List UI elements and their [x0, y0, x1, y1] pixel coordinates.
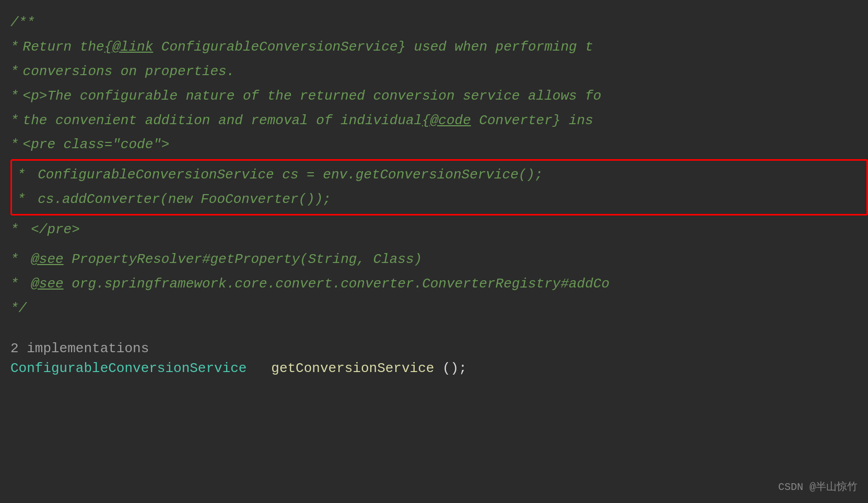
see2-link: @see: [31, 273, 63, 295]
empty-line-2: [10, 321, 868, 329]
line5-text: <pre class="code">: [23, 134, 170, 156]
implementations-section: 2 implementations: [10, 339, 868, 358]
method-space: [255, 361, 263, 376]
comment-line-3: * <p>The configurable nature of the retu…: [10, 84, 868, 109]
watermark: CSDN @半山惊竹: [778, 480, 858, 494]
see1-link: @see: [31, 248, 63, 271]
star-1: *: [10, 36, 19, 58]
hline1-code: ConfigurableConversionService cs = env.g…: [30, 164, 543, 186]
star-3: *: [10, 85, 19, 107]
line1-part1: Return the: [23, 36, 104, 58]
line3-text: <p>The configurable nature of the return…: [23, 85, 602, 107]
implementations-label: 2 implementations: [10, 339, 868, 358]
astar-3: *: [10, 273, 19, 295]
method-name: getConversionService: [271, 361, 434, 376]
line4-class: Converter} ins: [471, 110, 593, 132]
comment-line-1: * Return the {@link ConfigurableConversi…: [10, 35, 868, 59]
method-class: ConfigurableConversionService: [10, 361, 247, 376]
line1-class: ConfigurableConversionService}: [153, 36, 406, 58]
line4-text: the convenient addition and removal of i…: [23, 110, 423, 132]
method-parens: ();: [442, 361, 467, 376]
see1-space: [23, 248, 31, 271]
highlighted-code-block: * ConfigurableConversionService cs = env…: [10, 159, 868, 215]
star-5: *: [10, 134, 19, 156]
hline2-code: cs.addConverter(new FooConverter());: [30, 188, 331, 211]
comment-line-4: * the convenient addition and removal of…: [10, 109, 868, 133]
line2-text: conversions on properties.: [23, 61, 235, 83]
comment-line-2: * conversions on properties.: [10, 59, 868, 84]
open-comment-line: /**: [10, 10, 868, 35]
highlighted-line-1: * ConfigurableConversionService cs = env…: [17, 163, 861, 187]
highlighted-line-2: * cs.addConverter(new FooConverter());: [17, 187, 861, 212]
see2-text: org.springframework.core.convert.convert…: [64, 273, 609, 295]
comment-after-1: * </pre>: [10, 218, 868, 242]
line1-link: {@link: [104, 36, 154, 58]
close-comment-line: */: [10, 296, 868, 321]
open-comment-text: /**: [10, 11, 35, 34]
comment-line-5: * <pre class="code">: [10, 133, 868, 157]
see1-text: PropertyResolver#getProperty(String, Cla…: [64, 248, 423, 271]
astar-2: *: [10, 248, 19, 271]
aline1-text: </pre>: [23, 219, 80, 241]
star-2: *: [10, 61, 19, 83]
astar-1: *: [10, 219, 19, 241]
see2-space: [23, 273, 31, 295]
comment-see-2: * @see org.springframework.core.convert.…: [10, 272, 868, 296]
code-container: /** * Return the {@link ConfigurableConv…: [0, 0, 868, 503]
hstar-1: *: [17, 164, 26, 186]
hstar-2: *: [17, 188, 26, 211]
line4-link: {@code: [422, 110, 471, 132]
empty-line-1: [10, 242, 868, 247]
method-signature-line: ConfigurableConversionService getConvers…: [10, 358, 868, 378]
comment-see-1: * @see PropertyResolver#getProperty(Stri…: [10, 247, 868, 272]
star-4: *: [10, 110, 19, 132]
line1-rest: used when performing t: [406, 36, 593, 58]
close-comment-text: */: [10, 297, 27, 320]
